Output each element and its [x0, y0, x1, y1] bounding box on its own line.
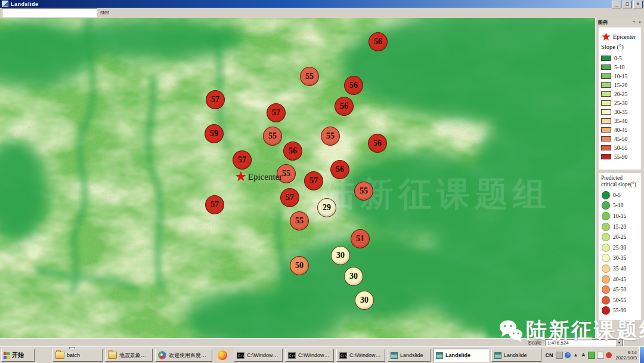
slope-marker[interactable]: 55: [300, 67, 319, 86]
green-app-icon[interactable]: [588, 352, 595, 359]
slope-marker[interactable]: 50: [290, 256, 309, 275]
task-label: batch: [67, 352, 80, 358]
legend-swatch: [601, 127, 611, 133]
legend-range-label: 10-15: [613, 213, 626, 219]
taskbar-task--[interactable]: 欢迎使用百度网盘: [155, 349, 212, 362]
task-label: Landslide: [504, 352, 527, 358]
legend-range-label: 5-10: [614, 64, 624, 70]
close-button[interactable]: ×: [633, 1, 643, 8]
taskbar-task-c-windows-syst-[interactable]: C:\C:\Windows\syst...: [336, 349, 385, 362]
slope-marker[interactable]: 30: [355, 291, 374, 310]
slope-marker[interactable]: 56: [368, 134, 387, 153]
legend-swatch: [602, 264, 610, 273]
legend-item: 40-45: [601, 274, 641, 285]
legend-range-label: 25-30: [614, 100, 627, 106]
scale-combobox[interactable]: 1:476,524 ▼: [545, 339, 624, 346]
legend-swatch: [602, 306, 610, 315]
start-button[interactable]: 开始: [1, 349, 35, 362]
taskbar-task-landslide[interactable]: Landslide: [388, 349, 431, 362]
legend-swatch: [601, 56, 611, 61]
slope-marker[interactable]: 56: [330, 160, 349, 179]
slope-marker[interactable]: 57: [205, 195, 224, 214]
language-indicator[interactable]: CN: [545, 352, 553, 358]
legend-item: 55-90: [601, 306, 641, 316]
legend-swatch: [601, 136, 611, 141]
legend-swatch: [601, 154, 611, 159]
slope-marker[interactable]: 29: [317, 198, 336, 217]
legend-swatch: [601, 73, 611, 79]
slope-marker[interactable]: 30: [331, 246, 350, 265]
slope-marker[interactable]: 55: [354, 182, 373, 201]
cmd-icon: C:\: [339, 352, 347, 359]
maximize-button[interactable]: □: [623, 1, 632, 8]
volume-icon[interactable]: [556, 352, 563, 359]
app-window: Landslide _ □ × ster: [0, 0, 644, 363]
slope-marker[interactable]: 56: [335, 97, 354, 116]
toolbar-label: ster: [100, 10, 109, 16]
minimize-button[interactable]: _: [612, 1, 621, 8]
layer-combobox[interactable]: [2, 8, 97, 17]
taskbar-task-landslide[interactable]: Landslide: [433, 349, 489, 362]
task-label: Landslide: [400, 352, 423, 358]
scale-dropdown-icon[interactable]: ▼: [615, 340, 623, 346]
task-label: C:\Windows\syst...: [247, 352, 280, 358]
slope-marker[interactable]: 57: [206, 90, 225, 109]
flag-icon[interactable]: [597, 352, 604, 359]
legend-item: 30-35: [601, 107, 641, 116]
help-icon[interactable]: ?: [565, 352, 571, 358]
legend-range-label: 30-35: [614, 109, 627, 115]
slope-marker[interactable]: 57: [267, 103, 286, 122]
arrow-up-icon[interactable]: ▲: [572, 352, 578, 358]
legend-item: 0-5: [601, 190, 641, 201]
slope-marker[interactable]: 56: [369, 32, 388, 51]
legend-item: 20-25: [601, 232, 641, 242]
task-label: 欢迎使用百度网盘: [169, 352, 209, 359]
legend-item: 5-10: [601, 63, 641, 72]
cmd-icon: C:\: [237, 352, 244, 359]
taskbar-task-firefox[interactable]: [215, 349, 231, 362]
taskbar-task-batch[interactable]: batch: [52, 349, 103, 362]
start-label: 开始: [12, 351, 24, 359]
app-icon: [2, 1, 8, 7]
slope-marker[interactable]: 56: [283, 141, 302, 161]
pin-icon[interactable]: ¬: [631, 20, 637, 25]
taskbar-task-c-windows-syst-[interactable]: C:\C:\Windows\syst...: [234, 349, 283, 362]
baidu-icon: [158, 351, 166, 359]
legend-swatch: [601, 109, 611, 115]
slope-marker[interactable]: 57: [304, 171, 323, 190]
taskbar-task-landslide[interactable]: Landslide: [491, 349, 541, 362]
legend-range-label: 50-55: [614, 145, 627, 151]
slope-marker[interactable]: 55: [321, 127, 340, 146]
legend-swatch: [602, 212, 610, 220]
slope-marker[interactable]: 51: [351, 229, 370, 248]
taskbar-task--[interactable]: 地震景象计算程..: [105, 349, 153, 362]
legend-item: 25-30: [601, 99, 641, 107]
ime-icon[interactable]: A: [580, 352, 586, 358]
panel-close-icon[interactable]: ×: [637, 20, 643, 25]
slope-marker[interactable]: 55: [277, 164, 296, 183]
system-tray: CN ? ▲ A 9:14 2022/10/3: [545, 347, 644, 363]
show-desktop-button[interactable]: [639, 347, 644, 363]
legend-epicenter-icon: ★: [601, 31, 611, 42]
tray-clock[interactable]: 9:14 2022/10/3: [615, 350, 637, 361]
slope-marker[interactable]: 30: [344, 267, 363, 286]
legend-item: 10-15: [601, 72, 641, 81]
task-label: 地震景象计算程..: [119, 352, 150, 359]
slope-marker[interactable]: 57: [233, 150, 252, 170]
slope-marker[interactable]: 56: [344, 76, 363, 95]
legend-range-label: 35-40: [613, 266, 626, 272]
legend-panel-header: 图例 ¬ ×: [596, 18, 644, 26]
alert-icon[interactable]: [606, 352, 612, 358]
legend-range-label: 0-5: [613, 192, 621, 198]
legend-swatch: [602, 254, 610, 262]
task-label: C:\Windows\syst...: [298, 352, 331, 358]
legend-range-label: 40-45: [614, 127, 627, 133]
taskbar-task-c-windows-syst-[interactable]: C:\C:\Windows\syst...: [285, 349, 334, 362]
slope-marker[interactable]: 57: [280, 188, 299, 207]
slope-marker[interactable]: 55: [263, 127, 282, 146]
slope-marker[interactable]: 59: [205, 124, 224, 143]
legend-item: 35-40: [601, 263, 641, 274]
legend-range-label: 50-55: [613, 297, 626, 303]
slope-marker[interactable]: 55: [290, 211, 309, 230]
clock-time: 9:14: [615, 350, 637, 355]
